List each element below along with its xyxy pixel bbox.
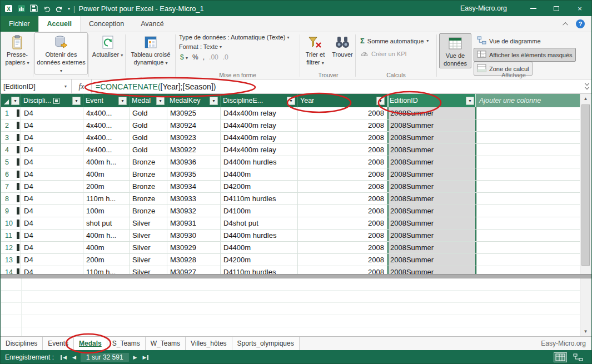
row-number[interactable]: 11 <box>1 230 21 241</box>
cell[interactable]: D4110m hurdles <box>221 193 298 205</box>
cell[interactable]: D4200m <box>221 181 298 192</box>
cell[interactable]: 2008Summer <box>387 132 477 143</box>
cell[interactable]: D4400m hurdles <box>221 156 298 168</box>
scroll-up-icon[interactable]: ▲ <box>580 94 591 103</box>
paste-button[interactable]: Presse-papiers ▾ <box>2 32 33 67</box>
row-number[interactable]: 2 <box>1 119 21 131</box>
empty-cell[interactable] <box>477 205 580 217</box>
cell[interactable]: 200m <box>83 181 130 192</box>
column-header-disciplinee[interactable]: DisciplineE...▾ <box>221 94 298 107</box>
empty-cell[interactable] <box>477 193 580 205</box>
ribbon-tab-conception[interactable]: Conception <box>81 16 132 32</box>
cell[interactable]: D4 <box>21 242 83 253</box>
cell[interactable]: 2008Summer <box>387 168 477 180</box>
cell[interactable]: D4100m <box>221 205 298 217</box>
diagram-view-button[interactable]: Vue de diagramme <box>474 34 576 48</box>
empty-cell[interactable] <box>477 132 580 143</box>
cell[interactable]: M30932 <box>167 205 221 217</box>
cell[interactable]: 400m h... <box>83 156 130 168</box>
sheet-tab-disciplines[interactable]: Disciplines <box>1 337 43 350</box>
cell[interactable]: D44x400m relay <box>221 119 298 131</box>
cell[interactable]: 2008 <box>298 144 387 156</box>
refresh-button[interactable]: Actualiser ▾ <box>90 32 125 59</box>
empty-cell[interactable] <box>477 266 580 274</box>
cell[interactable]: D4shot put <box>221 217 298 229</box>
qat-customize-icon[interactable]: ▾ <box>68 6 70 11</box>
show-hidden-button[interactable]: Afficher les éléments masqués <box>474 48 576 62</box>
insert-function-button[interactable]: fx <box>72 79 92 93</box>
sheet-tab-s-teams[interactable]: S_Teams <box>107 337 146 350</box>
empty-cell[interactable] <box>477 107 580 119</box>
row-number[interactable]: 1 <box>1 107 21 119</box>
cell[interactable]: 2008Summer <box>387 266 477 274</box>
cell[interactable]: Silver <box>130 254 167 266</box>
filter-dropdown-icon[interactable]: ▾ <box>376 97 385 105</box>
sheet-tab-w-teams[interactable]: W_Teams <box>146 337 186 350</box>
cell[interactable]: M30930 <box>167 230 221 241</box>
cell[interactable]: Gold <box>130 107 167 119</box>
maximize-button[interactable] <box>545 1 568 16</box>
add-column-header[interactable]: Ajouter une colonne <box>477 94 580 107</box>
column-header-event[interactable]: Event▾ <box>83 94 130 107</box>
row-number[interactable]: 10 <box>1 217 21 229</box>
autosum-button[interactable]: Σ Somme automatique ▾ <box>357 34 435 47</box>
column-header-discipli[interactable]: Discipli...▾ <box>21 94 83 107</box>
close-button[interactable]: × <box>568 1 591 16</box>
status-data-view-icon[interactable] <box>554 352 567 362</box>
column-header-medalkey[interactable]: MedalKey▾ <box>167 94 221 107</box>
cell[interactable]: D4400m hurdles <box>221 230 298 241</box>
cell[interactable]: Bronze <box>130 168 167 180</box>
name-box[interactable]: [EditionID] ▾ <box>1 79 72 93</box>
thousands-separator-icon[interactable]: , <box>203 53 205 61</box>
row-number[interactable]: 3 <box>1 132 21 143</box>
format-dropdown[interactable]: Format : Texte ▾ <box>177 42 299 51</box>
cell[interactable]: M30923 <box>167 132 221 143</box>
cell[interactable]: M30929 <box>167 242 221 253</box>
cell[interactable]: D4 <box>21 132 83 143</box>
cell[interactable]: M30924 <box>167 119 221 131</box>
cell[interactable]: Silver <box>130 242 167 253</box>
cell[interactable]: 2008 <box>298 107 387 119</box>
previous-record-button[interactable]: ◀ <box>71 354 77 361</box>
empty-cell[interactable] <box>477 230 580 241</box>
cell[interactable]: 2008 <box>298 156 387 168</box>
cell[interactable]: 2008 <box>298 193 387 205</box>
ribbon-tab-fichier[interactable]: Fichier <box>1 16 38 32</box>
cell[interactable]: D4 <box>21 230 83 241</box>
row-number[interactable]: 12 <box>1 242 21 253</box>
cell[interactable]: 2008 <box>298 168 387 180</box>
cell[interactable]: Bronze <box>130 193 167 205</box>
filter-dropdown-icon[interactable]: ▾ <box>210 97 218 105</box>
cell[interactable]: D4 <box>21 217 83 229</box>
cell[interactable]: D4 <box>21 193 83 205</box>
cell[interactable]: M30928 <box>167 254 221 266</box>
cell[interactable]: D4 <box>21 181 83 192</box>
cell[interactable]: Bronze <box>130 205 167 217</box>
row-number[interactable]: 5 <box>1 156 21 168</box>
filter-dropdown-icon[interactable]: ▾ <box>72 97 81 105</box>
cell[interactable]: M30936 <box>167 156 221 168</box>
cell[interactable]: 110m h... <box>83 193 130 205</box>
sheet-tab-villes-h-tes[interactable]: Villes_hôtes <box>186 337 232 350</box>
select-all-corner[interactable]: ▾ <box>1 94 21 107</box>
empty-cell[interactable] <box>477 242 580 253</box>
cell[interactable]: 110m h... <box>83 266 130 274</box>
row-number[interactable]: 6 <box>1 168 21 180</box>
cell[interactable]: 4x400... <box>83 119 130 131</box>
cell[interactable]: D44x400m relay <box>221 144 298 156</box>
cell[interactable]: Silver <box>130 230 167 241</box>
redo-icon[interactable] <box>55 4 64 13</box>
help-icon[interactable]: ? <box>576 19 585 28</box>
cell[interactable]: M30933 <box>167 193 221 205</box>
row-number[interactable]: 13 <box>1 254 21 266</box>
empty-cell[interactable] <box>477 254 580 266</box>
column-header-editionid[interactable]: EditionID▾ <box>387 94 477 107</box>
row-number[interactable]: 8 <box>1 193 21 205</box>
cell[interactable]: 2008 <box>298 217 387 229</box>
filter-dropdown-icon[interactable]: ▾ <box>118 97 127 105</box>
row-number[interactable]: 9 <box>1 205 21 217</box>
cell[interactable]: Bronze <box>130 181 167 192</box>
save-icon[interactable] <box>29 4 38 13</box>
undo-icon[interactable] <box>42 4 51 13</box>
empty-cell[interactable] <box>477 168 580 180</box>
